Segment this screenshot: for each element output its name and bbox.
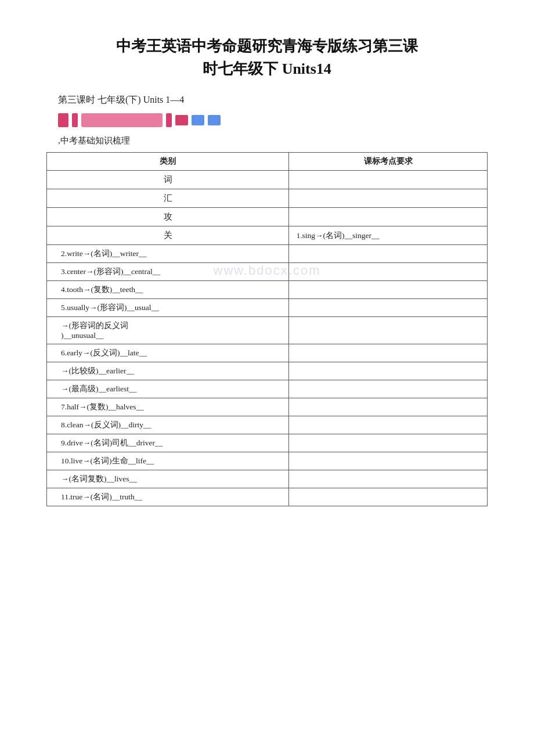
table-cell-right bbox=[289, 380, 488, 398]
table-row: 3.center→(形容词)__central__ bbox=[47, 263, 488, 281]
table-cell-left: 3.center→(形容词)__central__ bbox=[47, 263, 289, 281]
table-row: 5.usually→(形容词)__usual__ bbox=[47, 299, 488, 317]
table-cell-left: 6.early→(反义词)__late__ bbox=[47, 344, 289, 362]
page-title: 中考王英语中考命题研究青海专版练习第三课 时七年级下 Units14 bbox=[46, 35, 488, 80]
table-cell-right bbox=[289, 416, 488, 434]
table-row: 10.live→(名词)生命__life__ bbox=[47, 452, 488, 470]
table-cell-left: 9.drive→(名词)司机__driver__ bbox=[47, 434, 289, 452]
table-row: →(最高级)__earliest__ bbox=[47, 380, 488, 398]
table-cell-right bbox=[289, 208, 488, 226]
table-cell-left: →(比较级)__earlier__ bbox=[47, 362, 289, 380]
table-cell-right bbox=[289, 171, 488, 189]
table-row: 关1.sing→(名词)__singer__ bbox=[47, 226, 488, 245]
table-row: 9.drive→(名词)司机__driver__ bbox=[47, 434, 488, 452]
table-cell-right bbox=[289, 488, 488, 506]
table-cell-right bbox=[289, 434, 488, 452]
table-cell-right bbox=[289, 281, 488, 299]
table-cell-right bbox=[289, 470, 488, 488]
table-cell-left: 关 bbox=[47, 226, 289, 245]
table-cell-right bbox=[289, 245, 488, 263]
table-cell-right bbox=[289, 263, 488, 281]
table-row: 攻 bbox=[47, 208, 488, 226]
table-cell-left: 攻 bbox=[47, 208, 289, 226]
table-row: 4.tooth→(复数)__teeth__ bbox=[47, 281, 488, 299]
table-cell-left: 2.write→(名词)__writer__ bbox=[47, 245, 289, 263]
table-cell-left: 8.clean→(反义词)__dirty__ bbox=[47, 416, 289, 434]
section-label: ,中考基础知识梳理 bbox=[46, 135, 488, 146]
banner-block-4 bbox=[175, 115, 188, 125]
banner-row bbox=[46, 113, 488, 127]
table-cell-left: 5.usually→(形容词)__usual__ bbox=[47, 299, 289, 317]
col-header-right: 课标考点要求 bbox=[289, 153, 488, 171]
table-cell-right bbox=[289, 398, 488, 416]
table-cell-left: →(形容词的反义词 )__unusual__ bbox=[47, 317, 289, 344]
table-cell-left: 汇 bbox=[47, 189, 289, 208]
col-header-left: 类别 bbox=[47, 153, 289, 171]
main-table: 类别 课标考点要求 词汇攻关1.sing→(名词)__singer__2.wri… bbox=[46, 152, 488, 506]
table-row: →(比较级)__earlier__ bbox=[47, 362, 488, 380]
table-row: →(形容词的反义词 )__unusual__ bbox=[47, 317, 488, 344]
subtitle: 第三课时 七年级(下) Units 1—4 bbox=[46, 94, 488, 106]
table-cell-left: 10.live→(名词)生命__life__ bbox=[47, 452, 289, 470]
table-row: 词 bbox=[47, 171, 488, 189]
table-row: 6.early→(反义词)__late__ bbox=[47, 344, 488, 362]
page-wrapper: 中考王英语中考命题研究青海专版练习第三课 时七年级下 Units14 第三课时 … bbox=[46, 35, 488, 506]
table-row: 7.half→(复数)__halves__ bbox=[47, 398, 488, 416]
banner-block-3 bbox=[166, 113, 172, 127]
banner-block-5 bbox=[192, 115, 204, 125]
table-cell-right bbox=[289, 299, 488, 317]
table-cell-right: 1.sing→(名词)__singer__ bbox=[289, 226, 488, 245]
table-row: →(名词复数)__lives__ bbox=[47, 470, 488, 488]
table-row: 11.true→(名词)__truth__ bbox=[47, 488, 488, 506]
table-cell-right bbox=[289, 189, 488, 208]
banner-block-6 bbox=[208, 115, 221, 125]
table-cell-left: →(最高级)__earliest__ bbox=[47, 380, 289, 398]
table-cell-left: 4.tooth→(复数)__teeth__ bbox=[47, 281, 289, 299]
table-row: 8.clean→(反义词)__dirty__ bbox=[47, 416, 488, 434]
table-cell-right bbox=[289, 317, 488, 344]
table-cell-left: →(名词复数)__lives__ bbox=[47, 470, 289, 488]
table-cell-right bbox=[289, 344, 488, 362]
table-cell-left: 7.half→(复数)__halves__ bbox=[47, 398, 289, 416]
banner-block-2 bbox=[72, 113, 78, 127]
table-row: 2.write→(名词)__writer__ bbox=[47, 245, 488, 263]
table-cell-left: 词 bbox=[47, 171, 289, 189]
banner-block-1 bbox=[58, 113, 68, 127]
table-row: 汇 bbox=[47, 189, 488, 208]
table-cell-right bbox=[289, 452, 488, 470]
banner-block-large bbox=[81, 113, 163, 127]
table-cell-right bbox=[289, 362, 488, 380]
table-cell-left: 11.true→(名词)__truth__ bbox=[47, 488, 289, 506]
